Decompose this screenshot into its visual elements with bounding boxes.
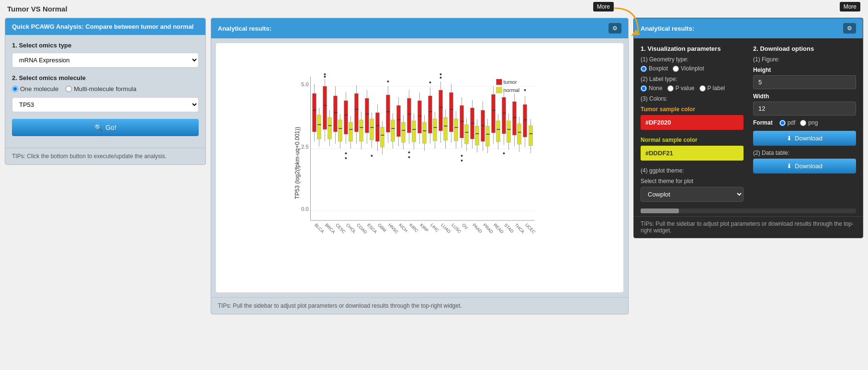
left-panel-header: Quick PCAWG Analysis: Compare between tu… xyxy=(5,18,205,35)
pdf-radio[interactable]: pdf xyxy=(779,119,796,126)
middle-panel: More Analytical results: ⚙ TP53 (log2(fp… xyxy=(211,18,629,314)
right-scrollbar-thumb[interactable] xyxy=(641,208,679,213)
download-figure-button[interactable]: ⬇ Download xyxy=(753,131,856,146)
svg-rect-183 xyxy=(523,104,527,137)
svg-rect-136 xyxy=(465,125,469,144)
middle-panel-header: Analytical results: ⚙ xyxy=(211,18,628,38)
svg-rect-213 xyxy=(496,79,502,85)
left-panel: Quick PCAWG Analysis: Compare between tu… xyxy=(5,18,206,165)
svg-rect-87 xyxy=(407,98,411,133)
theme-select-label: Select theme for plot xyxy=(641,178,744,185)
multi-molecule-radio[interactable]: Multi-molecule formula xyxy=(66,85,136,92)
svg-point-61 xyxy=(371,155,373,157)
svg-rect-187 xyxy=(529,126,533,146)
right-panel-footer: TIPs: Pull the sidebar to adjust plot pa… xyxy=(634,216,863,238)
svg-marker-217 xyxy=(631,30,641,36)
svg-point-140 xyxy=(461,155,463,157)
svg-rect-31 xyxy=(338,120,342,141)
download-table-icon: ⬇ xyxy=(787,162,792,170)
svg-text:2.5: 2.5 xyxy=(301,144,308,150)
svg-point-191 xyxy=(524,89,526,91)
svg-rect-162 xyxy=(496,121,500,142)
svg-point-43 xyxy=(345,152,347,154)
svg-rect-97 xyxy=(418,101,422,133)
middle-panel-footer: TIPs: Pull the sidebar to adjust plot pa… xyxy=(211,297,628,314)
svg-rect-74 xyxy=(391,120,395,141)
svg-rect-118 xyxy=(444,117,448,140)
download-title: 2. Download options xyxy=(753,45,856,52)
right-panel-header: Analytical results: ⚙ xyxy=(634,18,863,38)
chart-svg: TP53 (log2(fpkm-uq+0.001)) 5.0 2.5 0.0 xyxy=(221,48,619,278)
svg-rect-53 xyxy=(365,98,369,133)
png-radio[interactable]: png xyxy=(800,119,818,126)
svg-rect-83 xyxy=(402,122,406,142)
geometry-label: (1) Geometry type: xyxy=(641,56,744,63)
svg-point-25 xyxy=(324,76,326,78)
right-scrollbar[interactable] xyxy=(641,208,856,213)
height-input[interactable] xyxy=(753,75,856,89)
svg-rect-124 xyxy=(450,92,453,132)
boxplot-radio[interactable]: Boxplot xyxy=(641,65,668,72)
plabel-radio[interactable]: P label xyxy=(699,85,725,92)
section2-title: 2. Select omics molecule xyxy=(12,74,199,81)
svg-text:HNSC: HNSC xyxy=(387,222,399,234)
svg-text:LIHC: LIHC xyxy=(429,222,440,233)
svg-rect-215 xyxy=(496,87,502,93)
svg-rect-114 xyxy=(439,90,443,131)
svg-text:THCA: THCA xyxy=(514,222,525,234)
width-label: Width xyxy=(753,93,856,100)
svg-rect-45 xyxy=(355,93,359,132)
svg-text:KIRP: KIRP xyxy=(419,222,429,233)
svg-text:READ: READ xyxy=(493,222,505,234)
svg-rect-109 xyxy=(433,119,437,141)
right-more-tooltip: More xyxy=(840,2,860,12)
svg-text:GBM: GBM xyxy=(377,222,387,233)
normal-color-label: Normal sample color xyxy=(641,137,744,143)
svg-rect-70 xyxy=(386,95,390,132)
svg-text:tumor: tumor xyxy=(504,79,517,85)
theme-select[interactable]: Cowplot Default Minimal Classic xyxy=(641,187,744,202)
label-type-label: (2) Label type: xyxy=(641,76,744,82)
tumor-color-input[interactable] xyxy=(641,115,744,130)
download-icon: ⬇ xyxy=(787,135,792,142)
svg-rect-35 xyxy=(344,101,348,134)
svg-point-141 xyxy=(461,160,463,162)
download-table-button[interactable]: ⬇ Download xyxy=(753,159,856,173)
svg-text:STAD: STAD xyxy=(503,222,515,234)
svg-rect-170 xyxy=(507,121,511,142)
right-analytical-results-title: Analytical results: xyxy=(641,25,694,32)
arrow-svg xyxy=(609,3,648,42)
pvalue-radio[interactable]: P value xyxy=(667,85,695,92)
omics-type-select[interactable]: mRNA Expression xyxy=(12,53,199,68)
svg-text:normal: normal xyxy=(504,87,520,93)
height-label: Height xyxy=(753,67,856,73)
normal-color-input[interactable] xyxy=(641,146,744,161)
one-molecule-radio[interactable]: One molecule xyxy=(12,85,58,92)
svg-text:PRAD: PRAD xyxy=(482,222,494,234)
svg-rect-175 xyxy=(513,102,517,135)
svg-point-26 xyxy=(324,73,326,75)
svg-rect-158 xyxy=(492,94,496,133)
svg-point-174 xyxy=(503,152,505,154)
molecule-select[interactable]: TP53 xyxy=(12,97,199,112)
svg-text:5.0: 5.0 xyxy=(301,81,308,87)
colors-label: (3) Colors: xyxy=(641,95,744,102)
svg-text:KIRC: KIRC xyxy=(408,222,419,233)
svg-rect-154 xyxy=(486,126,490,146)
width-input[interactable] xyxy=(753,102,856,116)
svg-text:LUSC: LUSC xyxy=(451,222,462,234)
none-radio[interactable]: None xyxy=(641,85,663,92)
svg-rect-39 xyxy=(349,122,353,141)
right-gear-button[interactable]: ⚙ xyxy=(843,23,856,34)
format-label: Format xyxy=(753,119,773,126)
left-panel-footer: TIPs: Click the bottom button to execute… xyxy=(5,148,205,164)
figure-label: (1) Figure: xyxy=(753,56,856,63)
search-icon: 🔍 xyxy=(94,124,102,131)
svg-rect-21 xyxy=(328,117,332,139)
svg-point-95 xyxy=(408,151,410,153)
svg-rect-13 xyxy=(317,115,321,139)
violinplot-radio[interactable]: Violinplot xyxy=(673,65,704,72)
svg-text:ESCA: ESCA xyxy=(366,222,378,234)
page-title: Tumor VS Normal xyxy=(0,0,868,18)
go-button[interactable]: 🔍 Go! xyxy=(12,119,199,136)
